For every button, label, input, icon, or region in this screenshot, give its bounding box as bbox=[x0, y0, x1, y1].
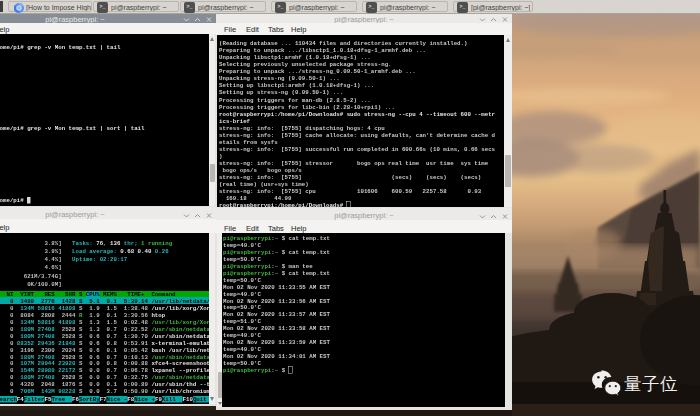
svg-text:量子位: 量子位 bbox=[624, 374, 678, 394]
